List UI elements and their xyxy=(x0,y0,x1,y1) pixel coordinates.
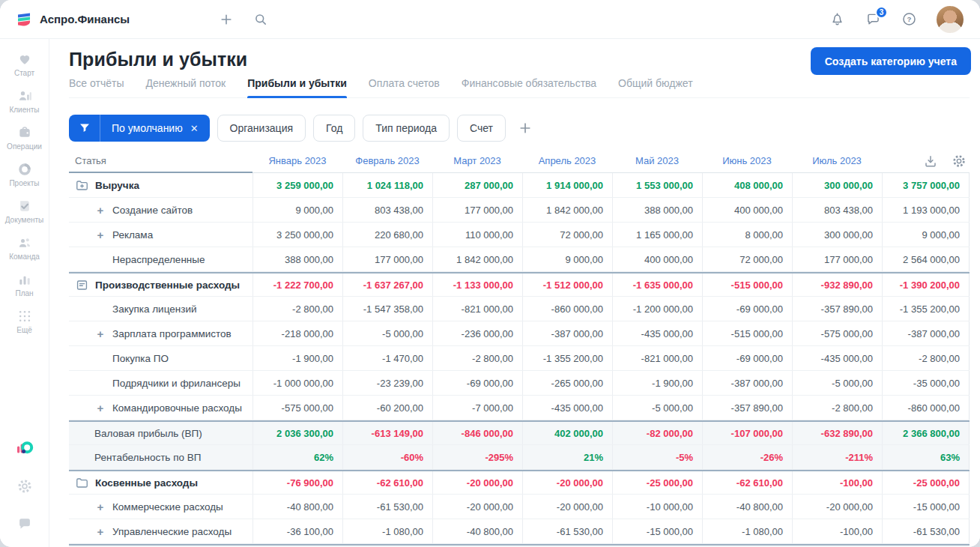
expand-plus-icon[interactable]: + xyxy=(94,205,106,216)
filter-chip[interactable]: Счет xyxy=(457,115,506,142)
value-cell: -15 000,00 xyxy=(882,495,970,519)
tab-оплата-счетов[interactable]: Оплата счетов xyxy=(369,77,440,97)
table-row: Нераспределенные388 000,00177 000,001 84… xyxy=(69,247,970,272)
expand-plus-icon[interactable]: + xyxy=(94,526,106,537)
article-cell: Подрядчики и фрилансеры xyxy=(69,371,252,395)
value-cell: -1 512 000,00 xyxy=(522,274,612,296)
add-icon[interactable] xyxy=(218,11,235,28)
value-cell: -2 800,00 xyxy=(792,396,882,420)
value-cell: -295% xyxy=(432,445,522,469)
value-cell: 300 000,00 xyxy=(792,173,882,197)
value-cell: -5 000,00 xyxy=(792,371,882,395)
tab-общий-бюджет[interactable]: Общий бюджет xyxy=(618,77,692,97)
check-icon xyxy=(17,199,32,214)
app-logo[interactable]: Аспро.Финансы xyxy=(15,10,130,28)
app-window: Аспро.Финансы 3 ? Старт xyxy=(0,0,980,547)
value-cell: -61 530,00 xyxy=(522,519,612,543)
sidebar-item-team[interactable]: Команда xyxy=(5,230,44,267)
people-icon xyxy=(17,235,32,250)
month-column-header[interactable]: Апрель 2023 xyxy=(522,149,612,173)
value-cell: -1 355 200,00 xyxy=(522,346,612,370)
article-label: Зарплата программистов xyxy=(112,328,232,339)
sidebar-item-label: Команда xyxy=(9,253,40,261)
funnel-icon[interactable] xyxy=(69,115,100,142)
value-cell: 402 000,00 xyxy=(522,422,612,444)
table-row-section[interactable]: Производственные расходы-1 222 700,00-1 … xyxy=(69,272,970,297)
value-cell: -40 800,00 xyxy=(432,519,522,543)
value-cell: 9 000,00 xyxy=(522,247,612,271)
tab-финансовые-обязательства[interactable]: Финансовые обязательства xyxy=(462,77,596,97)
messages-badge: 3 xyxy=(875,6,888,19)
download-icon[interactable] xyxy=(923,154,938,169)
user-avatar[interactable] xyxy=(937,6,964,33)
chat-bubble-icon[interactable] xyxy=(15,514,34,534)
article-label: Коммерческие расходы xyxy=(112,501,223,513)
month-column-header[interactable]: Июль 2023 xyxy=(792,149,882,173)
filter-preset[interactable]: По умолчанию ✕ xyxy=(69,115,210,142)
table-row: Покупка ПО-1 900,00-1 470,00-2 800,00-1 … xyxy=(69,346,970,371)
article-label: Создание сайтов xyxy=(112,205,193,216)
settings-gear-icon[interactable] xyxy=(15,477,34,496)
value-cell: -1 080,00 xyxy=(342,519,432,543)
sidebar-item-label: Документы xyxy=(5,216,44,224)
sidebar-item-plan[interactable]: План xyxy=(5,267,44,303)
value-cell: -1 133 000,00 xyxy=(432,274,522,296)
value-cell: 1 193 000,00 xyxy=(882,198,970,222)
sidebar-item-documents[interactable]: Документы xyxy=(5,193,44,230)
value-cell: -20 000,00 xyxy=(522,471,612,494)
bell-icon[interactable] xyxy=(829,11,845,28)
value-cell: -515 000,00 xyxy=(702,321,792,345)
table-row-section[interactable]: Косвенные расходы-76 900,00-62 610,00-20… xyxy=(69,470,970,495)
value-cell: -2 800,00 xyxy=(432,346,522,370)
messages-icon[interactable]: 3 xyxy=(865,11,881,28)
table-settings-gear-icon[interactable] xyxy=(952,154,967,169)
expand-plus-icon[interactable]: + xyxy=(94,328,106,339)
value-cell: 177 000,00 xyxy=(792,247,882,271)
tab-денежный-поток[interactable]: Денежный поток xyxy=(145,77,226,97)
expand-plus-icon[interactable]: + xyxy=(94,501,106,513)
article-cell: Рентабельность по ВП xyxy=(69,445,252,469)
month-column-header[interactable]: Февраль 2023 xyxy=(342,149,432,173)
value-cell: -40 800,00 xyxy=(252,495,342,519)
table-row: + Коммерческие расходы-40 800,00-61 530,… xyxy=(69,495,970,519)
tab-прибыли-и-убытки[interactable]: Прибыли и убытки xyxy=(247,77,347,97)
value-cell: -5 000,00 xyxy=(612,396,702,420)
sidebar-item-projects[interactable]: Проекты xyxy=(5,157,44,193)
month-column-header[interactable]: Январь 2023 xyxy=(252,149,342,173)
table-row: + Зарплата программистов-218 000,00-5 00… xyxy=(69,321,970,346)
sidebar-item-start[interactable]: Старт xyxy=(5,46,44,83)
product-logo-icon[interactable] xyxy=(15,439,34,459)
value-cell: 2 564 000,00 xyxy=(882,247,970,271)
sidebar-item-more[interactable]: Ещё xyxy=(5,303,44,340)
value-cell: 400 000,00 xyxy=(612,247,702,271)
report-icon[interactable] xyxy=(75,278,89,292)
expand-plus-icon[interactable]: + xyxy=(94,402,106,414)
sidebar-item-operations[interactable]: Операции xyxy=(5,120,44,157)
filter-chip[interactable]: Год xyxy=(313,115,355,142)
sidebar-item-clients[interactable]: Клиенты xyxy=(5,83,44,120)
value-cell: 9 000,00 xyxy=(882,223,970,247)
folder-plus-icon[interactable] xyxy=(75,178,89,193)
close-icon[interactable]: ✕ xyxy=(190,123,199,134)
table-row-section[interactable]: Выручка3 259 000,001 024 118,00287 000,0… xyxy=(69,173,970,198)
donut-icon xyxy=(17,162,32,177)
month-column-header[interactable]: Июнь 2023 xyxy=(702,149,792,173)
tab-все-отчёты[interactable]: Все отчёты xyxy=(69,77,124,97)
value-cell: -1 637 267,00 xyxy=(342,274,432,296)
expand-plus-icon[interactable]: + xyxy=(94,229,106,241)
article-cell: Производственные расходы xyxy=(69,274,252,296)
add-filter-icon[interactable] xyxy=(518,121,533,136)
help-icon[interactable]: ? xyxy=(901,11,917,28)
month-column-header[interactable]: Май 2023 xyxy=(612,149,702,173)
filter-chip[interactable]: Организация xyxy=(217,115,306,142)
article-cell: + Коммерческие расходы xyxy=(69,495,252,519)
table-row: + Командировочные расходы-575 000,00-60 … xyxy=(69,396,970,420)
main-content: Прибыли и убытки Создать категорию учета… xyxy=(49,39,980,547)
table-row: + Реклама3 250 000,00220 680,00110 000,0… xyxy=(69,223,970,247)
search-icon[interactable] xyxy=(252,11,269,28)
create-category-button[interactable]: Создать категорию учета xyxy=(811,47,971,75)
month-column-header[interactable]: Март 2023 xyxy=(432,149,522,173)
value-cell: -821 000,00 xyxy=(612,346,702,370)
folder-icon[interactable] xyxy=(75,476,89,490)
filter-chip[interactable]: Тип периода xyxy=(363,115,450,142)
